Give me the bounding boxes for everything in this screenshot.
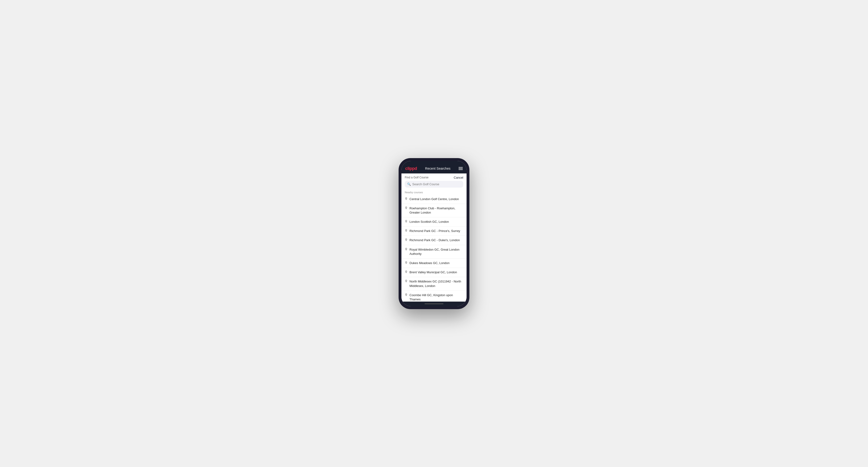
location-pin-icon — [405, 197, 408, 201]
find-header-row: Find a Golf Course Cancel — [401, 174, 467, 181]
app-logo: clippd — [405, 166, 417, 171]
header-title: Recent Searches — [425, 166, 450, 170]
location-pin-icon — [405, 271, 408, 275]
menu-icon[interactable] — [459, 167, 463, 170]
status-bar — [401, 161, 467, 164]
cancel-button[interactable]: Cancel — [454, 176, 463, 179]
course-name: Roehampton Club - Roehampton, Greater Lo… — [409, 206, 463, 215]
find-label: Find a Golf Course — [405, 176, 429, 179]
course-list-item[interactable]: Royal Wimbledon GC, Great London Authori… — [401, 245, 467, 259]
course-list-item[interactable]: London Scottish GC, London — [401, 217, 467, 226]
course-list-item[interactable]: Richmond Park GC - Duke's, London — [401, 236, 467, 245]
course-name: Brent Valley Municipal GC, London — [409, 270, 457, 275]
search-icon: 🔍 — [407, 182, 411, 186]
phone-device: clippd Recent Searches Find a Golf Cours… — [399, 158, 469, 309]
search-input[interactable] — [412, 182, 461, 186]
location-pin-icon — [405, 261, 408, 265]
menu-bar-2 — [459, 168, 463, 169]
location-pin-icon — [405, 207, 408, 211]
location-pin-icon — [405, 248, 408, 252]
search-container: 🔍 — [401, 181, 467, 189]
search-box: 🔍 — [405, 181, 463, 188]
home-bar — [425, 304, 443, 304]
menu-bar-3 — [459, 169, 463, 170]
location-pin-icon — [405, 280, 408, 284]
course-name: London Scottish GC, London — [409, 220, 449, 224]
location-pin-icon — [405, 229, 408, 233]
course-name: Royal Wimbledon GC, Great London Authori… — [409, 248, 463, 256]
location-pin-icon — [405, 238, 408, 242]
home-indicator — [401, 302, 467, 306]
menu-bar-1 — [459, 167, 463, 167]
course-list-item[interactable]: Brent Valley Municipal GC, London — [401, 268, 467, 277]
course-list-item[interactable]: Dukes Meadows GC, London — [401, 259, 467, 268]
course-list-item[interactable]: Central London Golf Centre, London — [401, 195, 467, 204]
course-name: North Middlesex GC (1011942 - North Midd… — [409, 279, 463, 288]
course-list: Central London Golf Centre, London Roeha… — [401, 195, 467, 302]
main-content: Find a Golf Course Cancel 🔍 Nearby cours… — [401, 174, 467, 302]
course-list-item[interactable]: North Middlesex GC (1011942 - North Midd… — [401, 277, 467, 290]
location-pin-icon — [405, 220, 408, 224]
course-list-item[interactable]: Richmond Park GC - Prince's, Surrey — [401, 226, 467, 236]
course-list-item[interactable]: Coombe Hill GC, Kingston upon Thames — [401, 291, 467, 302]
phone-screen: clippd Recent Searches Find a Golf Cours… — [401, 161, 467, 306]
course-list-item[interactable]: Roehampton Club - Roehampton, Greater Lo… — [401, 204, 467, 217]
course-name: Dukes Meadows GC, London — [409, 261, 450, 265]
course-name: Central London Golf Centre, London — [409, 197, 459, 201]
nearby-courses-label: Nearby courses — [401, 189, 467, 195]
app-header: clippd Recent Searches — [401, 164, 467, 174]
course-name: Coombe Hill GC, Kingston upon Thames — [409, 293, 463, 302]
course-name: Richmond Park GC - Duke's, London — [409, 238, 460, 242]
location-pin-icon — [405, 293, 408, 297]
course-name: Richmond Park GC - Prince's, Surrey — [409, 229, 460, 233]
